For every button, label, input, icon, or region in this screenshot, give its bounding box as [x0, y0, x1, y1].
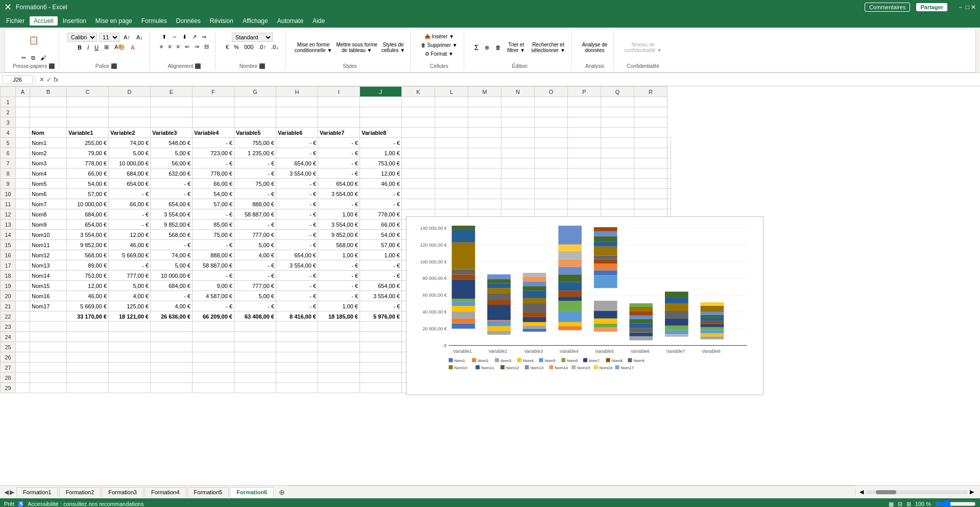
col-header-g[interactable]: G [234, 87, 276, 97]
col-header-q[interactable]: Q [601, 87, 634, 97]
menu-insertion[interactable]: Insertion [59, 16, 90, 26]
font-color-button[interactable]: A [129, 43, 136, 52]
tab-formation2[interactable]: Formation2 [59, 487, 101, 497]
comments-button[interactable]: Commentaires [865, 3, 911, 12]
col-header-n[interactable]: N [501, 87, 535, 97]
confidentiality-button[interactable]: Niveau deconfidentialité ▼ [622, 41, 664, 54]
col-header-e[interactable]: E [151, 87, 193, 97]
number-format-select[interactable]: Standard [232, 33, 273, 42]
currency-button[interactable]: € [224, 43, 231, 51]
tab-formation1[interactable]: Formation1 [16, 487, 58, 497]
fill-color-button[interactable]: A🎨 [112, 43, 127, 52]
format-painter-button[interactable]: 🖌 [38, 54, 48, 62]
cell-reference[interactable]: J26 [2, 75, 33, 84]
find-button[interactable]: Rechercher etsélectionner ▼ [529, 41, 567, 54]
wrap-text-button[interactable]: ⇒ [200, 33, 208, 41]
scroll-right-icon[interactable]: ▶ [10, 489, 14, 496]
format-button[interactable]: ⚙ Format ▼ [423, 50, 456, 58]
tab-formation6[interactable]: Formation6 [230, 487, 274, 497]
col-header-b[interactable]: B [30, 87, 67, 97]
col-header-k[interactable]: K [402, 87, 435, 97]
font-grow-button[interactable]: A↑ [122, 33, 132, 41]
font-family-select[interactable]: Calibri [67, 33, 97, 42]
status-right: ▦ ⊟ ⊞ 100 % [889, 500, 976, 507]
col-header-r[interactable]: R [634, 87, 667, 97]
scroll-left-icon[interactable]: ◀ [4, 489, 9, 496]
insert-button[interactable]: 📥 Insérer ▼ [422, 33, 457, 40]
col-header-l[interactable]: L [435, 87, 468, 97]
hscroll-right[interactable]: ▶ [970, 489, 974, 495]
cell-styles-button[interactable]: Styles decellules ▼ [380, 41, 406, 54]
font-size-select[interactable]: 11 [99, 33, 119, 42]
decimal-decrease-button[interactable]: .0↓ [269, 43, 281, 51]
conditional-format-button[interactable]: Mise en formeconditionnelle ▼ [294, 41, 333, 54]
orientation-button[interactable]: ↗ [190, 33, 199, 41]
align-top-button[interactable]: ⬆ [160, 33, 169, 41]
cancel-formula-icon[interactable]: ✕ [39, 76, 44, 83]
menu-aide[interactable]: Aide [308, 16, 329, 26]
add-sheet-button[interactable]: ⊕ [275, 487, 289, 498]
paste-button[interactable]: 📋 [19, 33, 48, 53]
align-right-button[interactable]: ≡ [175, 42, 182, 51]
font-shrink-button[interactable]: A↓ [134, 33, 145, 41]
col-header-h[interactable]: H [276, 87, 318, 97]
menu-fichier[interactable]: Fichier [2, 16, 29, 26]
italic-button[interactable]: I [85, 43, 91, 52]
sum-button[interactable]: Σ [472, 42, 481, 53]
menu-mise-en-page[interactable]: Mise en page [91, 16, 136, 26]
align-left-button[interactable]: ≡ [158, 42, 165, 51]
percent-button[interactable]: % [232, 43, 241, 51]
menu-donnees[interactable]: Données [172, 16, 205, 26]
confirm-formula-icon[interactable]: ✓ [46, 76, 52, 83]
menu-accueil[interactable]: Accueil [30, 16, 58, 26]
sort-filter-button[interactable]: Trier etfiltrer ▼ [505, 41, 527, 54]
indent-decrease-button[interactable]: ⇐ [183, 42, 192, 51]
merge-button[interactable]: ⊟ [202, 42, 211, 51]
view-page-layout-icon[interactable]: ⊟ [898, 501, 902, 508]
align-middle-button[interactable]: ↔ [170, 33, 179, 41]
col-header-o[interactable]: O [535, 87, 568, 97]
insert-function-icon[interactable]: fx [54, 76, 58, 83]
svg-rect-23 [452, 279, 475, 299]
align-bottom-button[interactable]: ⬇ [180, 33, 189, 41]
share-button[interactable]: Partager [916, 3, 947, 11]
view-page-break-icon[interactable]: ⊞ [906, 501, 911, 508]
thousands-button[interactable]: 000 [242, 43, 255, 51]
svg-text:Nom13: Nom13 [531, 366, 544, 370]
col-header-j[interactable]: J [360, 87, 402, 97]
border-button[interactable]: ⊞ [102, 43, 111, 52]
formula-input[interactable] [62, 76, 978, 84]
col-header-i[interactable]: I [318, 87, 360, 97]
clear-button[interactable]: 🗑 [493, 43, 503, 52]
col-header-d[interactable]: D [109, 87, 151, 97]
hscroll-left[interactable]: ◀ [859, 489, 864, 495]
col-header-f[interactable]: F [193, 87, 234, 97]
menu-automate[interactable]: Automate [273, 16, 307, 26]
col-header-c[interactable]: C [67, 87, 109, 97]
svg-rect-120 [495, 358, 499, 362]
table-format-button[interactable]: Mettre sous formede tableau ▼ [335, 41, 378, 54]
view-normal-icon[interactable]: ▦ [889, 501, 894, 508]
cut-button[interactable]: ✂ [19, 54, 28, 62]
indent-increase-button[interactable]: ⇒ [193, 42, 201, 51]
col-header-m[interactable]: M [468, 87, 501, 97]
tab-formation5[interactable]: Formation5 [187, 487, 229, 497]
data-analysis-button[interactable]: Analyse dedonnées [580, 41, 609, 54]
underline-button[interactable]: U [92, 43, 101, 52]
col-header-a[interactable]: A [16, 87, 30, 97]
delete-button[interactable]: 🗑 Supprimer ▼ [419, 41, 460, 49]
col-header-p[interactable]: P [568, 87, 601, 97]
tab-formation3[interactable]: Formation3 [102, 487, 144, 497]
menu-bar: Fichier Accueil Insertion Mise en page F… [0, 14, 980, 28]
bold-button[interactable]: B [76, 43, 84, 52]
tab-formation4[interactable]: Formation4 [145, 487, 186, 497]
menu-affichage[interactable]: Affichage [238, 16, 272, 26]
align-center-button[interactable]: ≡ [166, 42, 173, 51]
menu-formules[interactable]: Formules [137, 16, 171, 26]
menu-revision[interactable]: Révision [206, 16, 237, 26]
zoom-slider[interactable] [935, 500, 976, 507]
decimal-increase-button[interactable]: .0↑ [256, 43, 268, 51]
fill-button[interactable]: ⊕ [483, 43, 491, 52]
copy-button[interactable]: ⧉ [29, 54, 37, 62]
sheet-area[interactable]: A B C D E F G H I J K L M N O P Q [0, 86, 980, 485]
